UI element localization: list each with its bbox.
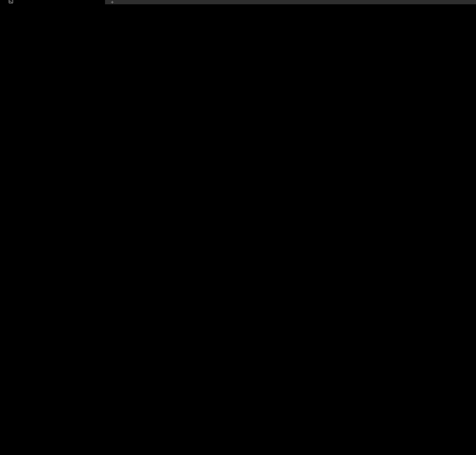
function-key-bar [3, 447, 476, 455]
terminal-tab-bar [0, 0, 476, 4]
new-tab-button[interactable] [106, 0, 119, 4]
terminal-icon [9, 0, 13, 6]
svg-rect-0 [9, 0, 13, 3]
htop-terminal-output [3, 16, 476, 447]
terminal-tab-active[interactable] [0, 0, 105, 4]
